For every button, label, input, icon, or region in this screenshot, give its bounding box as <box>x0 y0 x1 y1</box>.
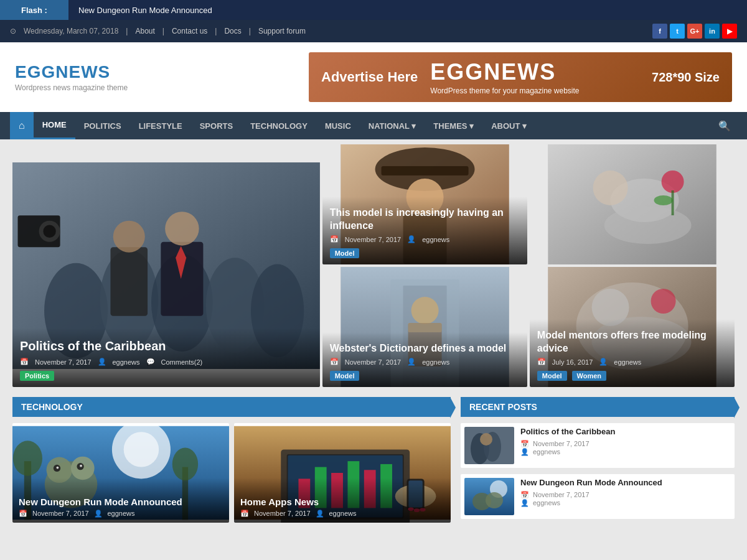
svg-point-14 <box>43 225 55 237</box>
tech-card-homeapps[interactable]: Home Apps News 📅 November 7, 2017 👤 eggn… <box>234 423 451 523</box>
featured-model-tag[interactable]: Model <box>330 248 360 258</box>
featured-mentors-date: July 16, 2017 <box>552 358 593 366</box>
logo-tagline: Wordpress news magazine theme <box>15 83 128 92</box>
tech-card-dungeon[interactable]: New Dungeon Run Mode Announced 📅 Novembe… <box>12 423 229 523</box>
banner-ad-left-text: Advertise Here <box>321 69 418 85</box>
top-bar-date: Wednesday, March 07, 2018 <box>24 27 118 35</box>
search-button[interactable]: 🔍 <box>712 120 737 132</box>
user-icon3: 👤 <box>407 358 416 366</box>
youtube-icon[interactable]: ▶ <box>722 24 737 39</box>
featured-mentors-title: Model mentors offers free modeling advic… <box>537 329 727 355</box>
featured-main[interactable]: Politics of the Caribbean 📅 November 7, … <box>12 144 320 387</box>
nav-item-sports[interactable]: SPORTS <box>191 112 242 139</box>
featured-mentors[interactable]: Model mentors offers free modeling advic… <box>530 267 735 387</box>
featured-websters-date: November 7, 2017 <box>345 358 402 366</box>
featured-art[interactable] <box>530 144 735 264</box>
nav: ⌂ HOME POLITICS LIFESTYLE SPORTS TECHNOL… <box>0 112 747 139</box>
featured-model-title: This model is increasingly having an inf… <box>330 207 520 233</box>
cal-icon8: 📅 <box>520 491 529 499</box>
svg-point-53 <box>13 441 42 475</box>
svg-point-55 <box>172 448 198 481</box>
tech-card-dungeon-overlay: New Dungeon Run Mode Announced 📅 Novembe… <box>12 478 229 523</box>
featured-model-overlay: This model is increasingly having an inf… <box>322 197 527 264</box>
featured-websters[interactable]: Webster's Dictionary defines a model 📅 N… <box>322 267 527 387</box>
calendar-icon2: 📅 <box>330 235 339 243</box>
featured-model-date: November 7, 2017 <box>345 236 402 243</box>
svg-point-26 <box>661 170 684 193</box>
tech-homeapps-author: eggnews <box>329 510 357 518</box>
recent-title-politics: Politics of the Caribbean <box>520 427 615 437</box>
recent-author-dungeon-name: eggnews <box>533 499 560 506</box>
comment-icon: 💬 <box>146 358 155 366</box>
svg-point-9 <box>113 221 145 253</box>
svg-point-10 <box>165 212 199 245</box>
tech-card-dungeon-title: New Dungeon Run Mode Announced <box>19 497 223 507</box>
usr-icon7: 👤 <box>520 448 529 456</box>
bottom-section: TECHNOLOGY <box>12 397 735 525</box>
featured-main-meta: 📅 November 7, 2017 👤 eggnews 💬 Comments(… <box>20 358 312 366</box>
recent-author-dungeon: 👤 eggnews <box>520 499 662 507</box>
tech-card-homeapps-meta: 📅 November 7, 2017 👤 eggnews <box>240 510 444 518</box>
nav-item-national[interactable]: NATIONAL ▾ <box>360 112 425 139</box>
googleplus-icon[interactable]: G+ <box>687 24 702 39</box>
nav-item-music[interactable]: MUSIC <box>316 112 360 139</box>
cal-icon6: 📅 <box>240 510 249 518</box>
banner-ad-size: 728*90 Size <box>652 70 720 85</box>
top-bar: ⊙ Wednesday, March 07, 2018 | About | Co… <box>0 20 747 42</box>
technology-title: TECHNOLOGY <box>21 402 83 412</box>
svg-point-44 <box>124 432 159 467</box>
recent-post-item2[interactable]: New Dungeon Run Mode Announced 📅 Novembe… <box>461 474 735 519</box>
svg-point-24 <box>593 170 627 205</box>
featured-art-image <box>530 144 735 264</box>
featured-model-meta: 📅 November 7, 2017 👤 eggnews <box>330 235 520 243</box>
nav-item-home[interactable]: HOME <box>34 112 75 139</box>
logo-area[interactable]: EGGNEWS Wordpress news magazine theme <box>15 62 128 92</box>
featured-main-comments: Comments(2) <box>161 358 203 366</box>
nav-item-technology[interactable]: TECHNOLOGY <box>242 112 316 139</box>
nav-about[interactable]: About <box>135 27 154 35</box>
technology-header: TECHNOLOGY <box>12 397 451 417</box>
featured-model-influence[interactable]: This model is increasingly having an inf… <box>322 144 527 264</box>
featured-main-date: November 7, 2017 <box>35 358 92 366</box>
recent-thumb-politics <box>464 427 514 464</box>
featured-mentors-tag2[interactable]: Women <box>572 371 607 381</box>
technology-section: TECHNOLOGY <box>12 397 451 525</box>
svg-point-75 <box>480 433 492 446</box>
nav-item-lifestyle[interactable]: LIFESTYLE <box>130 112 191 139</box>
featured-websters-author: eggnews <box>422 358 449 366</box>
recent-date-dungeon: November 7, 2017 <box>533 491 590 498</box>
recent-meta-dungeon: 📅 November 7, 2017 <box>520 491 662 499</box>
linkedin-icon[interactable]: in <box>705 24 720 39</box>
nav-contact[interactable]: Contact us <box>172 27 207 35</box>
recent-posts-title: RECENT POSTS <box>469 402 537 412</box>
recent-thumb-dungeon-img <box>464 478 514 515</box>
tech-dungeon-author: eggnews <box>108 510 135 518</box>
recent-post-item[interactable]: Politics of the Caribbean 📅 November 7, … <box>461 423 735 468</box>
nav-item-politics[interactable]: POLITICS <box>75 112 130 139</box>
svg-point-25 <box>604 207 691 244</box>
svg-rect-35 <box>408 323 441 332</box>
tech-cards: New Dungeon Run Mode Announced 📅 Novembe… <box>12 423 451 523</box>
user-icon: 👤 <box>98 358 106 366</box>
featured-main-title: Politics of the Caribbean <box>20 338 312 354</box>
calendar-icon: 📅 <box>20 358 29 366</box>
nav-item-about[interactable]: ABOUT ▾ <box>482 112 535 139</box>
social-icons: f t G+ in ▶ <box>652 24 737 39</box>
twitter-icon[interactable]: t <box>670 24 685 39</box>
nav-support[interactable]: Support forum <box>258 27 306 35</box>
usr-icon6: 👤 <box>316 510 324 518</box>
recent-author-politics: 👤 eggnews <box>520 448 615 456</box>
top-bar-left: ⊙ Wednesday, March 07, 2018 | About | Co… <box>10 27 306 35</box>
nav-item-themes[interactable]: THEMES ▾ <box>425 112 482 139</box>
featured-main-tag[interactable]: Politics <box>20 371 54 381</box>
featured-main-author: eggnews <box>113 358 140 366</box>
nav-home-button[interactable]: ⌂ <box>10 112 34 139</box>
svg-rect-7 <box>110 247 148 316</box>
banner-ad[interactable]: Advertise Here EGGNEWS WordPress theme f… <box>309 52 732 102</box>
featured-websters-tag[interactable]: Model <box>330 371 360 381</box>
nav-docs[interactable]: Docs <box>224 27 241 35</box>
featured-mentors-tag1[interactable]: Model <box>537 371 567 381</box>
facebook-icon[interactable]: f <box>652 24 667 39</box>
tech-card-homeapps-overlay: Home Apps News 📅 November 7, 2017 👤 eggn… <box>234 478 451 523</box>
featured-main-overlay: Politics of the Caribbean 📅 November 7, … <box>12 328 320 387</box>
